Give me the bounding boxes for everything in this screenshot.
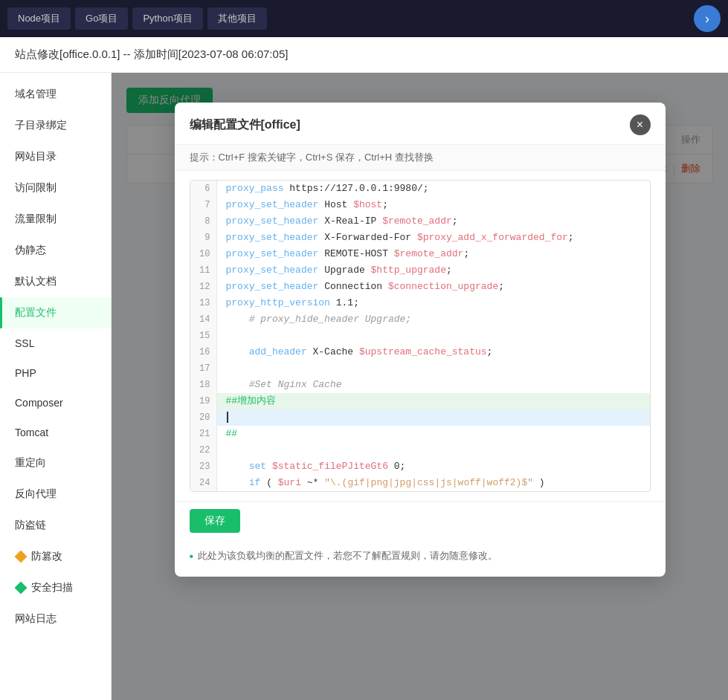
diamond-orange-icon — [15, 551, 27, 563]
sidebar-label: 防篡改 — [31, 550, 62, 563]
code-line-22: 22 — [190, 442, 650, 458]
sidebar-label: 流量限制 — [15, 213, 57, 226]
sidebar-label: 重定向 — [15, 456, 46, 470]
modal-body: 6 proxy_pass https://127.0.0.1:9980/; 7 … — [175, 171, 666, 501]
main-layout: 域名管理 子目录绑定 网站目录 访问限制 流量限制 伪静态 默认文档 配置文件 … — [0, 73, 728, 700]
top-bar: Node项目 Go项目 Python项目 其他项目 › — [0, 0, 728, 37]
sidebar-label: Tomcat — [15, 427, 48, 438]
code-line-15: 15 — [190, 328, 650, 344]
tab-other[interactable]: 其他项目 — [207, 7, 267, 30]
sidebar-label: 访问限制 — [15, 181, 57, 195]
modal-dialog: 编辑配置文件[office] × 提示：Ctrl+F 搜索关键字，Ctrl+S … — [175, 103, 666, 577]
code-line-18: 18 #Set Nginx Cache — [190, 377, 650, 393]
sidebar-item-ssl[interactable]: SSL — [0, 328, 111, 358]
sidebar-item-subdir[interactable]: 子目录绑定 — [0, 110, 111, 141]
page-title-bar: 站点修改[office.0.0.1] -- 添加时间[2023-07-08 06… — [0, 37, 728, 73]
sidebar-item-security[interactable]: 安全扫描 — [0, 572, 111, 603]
modal-header: 编辑配置文件[office] × — [175, 103, 666, 145]
tab-go[interactable]: Go项目 — [75, 7, 128, 30]
sidebar-item-tomcat[interactable]: Tomcat — [0, 418, 111, 447]
top-arrow-btn[interactable]: › — [694, 5, 721, 32]
sidebar-label: 域名管理 — [15, 88, 57, 101]
sidebar-item-rewrite[interactable]: 伪静态 — [0, 235, 111, 266]
sidebar-label: 防盗链 — [15, 519, 46, 532]
sidebar-label: 网站目录 — [15, 150, 57, 163]
sidebar-item-access[interactable]: 访问限制 — [0, 172, 111, 204]
modal-note: 此处为该负载均衡的配置文件，若您不了解配置规则，请勿随意修改。 — [175, 540, 666, 577]
code-line-11: 11 proxy_set_header Upgrade $http_upgrad… — [190, 262, 650, 279]
code-line-13: 13 proxy_http_version 1.1; — [190, 295, 650, 311]
code-line-16: 16 add_header X-Cache $upstream_cache_st… — [190, 344, 650, 360]
code-line-6: 6 proxy_pass https://127.0.0.1:9980/; — [190, 181, 650, 197]
sidebar-label: 伪静态 — [15, 244, 46, 257]
content-area: 添加反向代理 操作 文件 | 编辑 | 删除 — [112, 73, 728, 700]
sidebar-label: 默认文档 — [15, 275, 57, 288]
sidebar-item-config[interactable]: 配置文件 — [0, 297, 111, 328]
sidebar-label: Composer — [15, 397, 63, 409]
code-line-14: 14 # proxy_hide_header Upgrade; — [190, 311, 650, 328]
modal-overlay: 编辑配置文件[office] × 提示：Ctrl+F 搜索关键字，Ctrl+S … — [112, 73, 728, 700]
tab-python[interactable]: Python项目 — [132, 7, 202, 30]
code-line-24: 24 if ( $uri ~* "\.(gif|png|jpg|css|js|w… — [190, 475, 650, 491]
sidebar-label: 安全扫描 — [31, 581, 73, 594]
sidebar-label: 子目录绑定 — [15, 119, 67, 132]
page-title: 站点修改[office.0.0.1] -- 添加时间[2023-07-08 06… — [15, 48, 288, 62]
save-button[interactable]: 保存 — [190, 509, 240, 533]
code-line-23: 23 set $static_filePJiteGt6 0; — [190, 458, 650, 475]
sidebar-label: 配置文件 — [15, 306, 57, 320]
code-line-20: 20 — [190, 409, 650, 426]
sidebar-item-redirect[interactable]: 重定向 — [0, 447, 111, 479]
sidebar-item-reverse-proxy[interactable]: 反向代理 — [0, 479, 111, 510]
code-line-19: 19 ##增加内容 — [190, 393, 650, 409]
modal-close-button[interactable]: × — [630, 114, 651, 135]
sidebar-item-webdir[interactable]: 网站目录 — [0, 141, 111, 172]
tab-node[interactable]: Node项目 — [7, 7, 71, 30]
sidebar-item-composer[interactable]: Composer — [0, 388, 111, 418]
code-line-17: 17 — [190, 360, 650, 377]
sidebar: 域名管理 子目录绑定 网站目录 访问限制 流量限制 伪静态 默认文档 配置文件 … — [0, 73, 112, 700]
sidebar-label: 反向代理 — [15, 487, 57, 501]
sidebar-item-traffic[interactable]: 流量限制 — [0, 204, 111, 235]
code-line-21: 21 ## — [190, 426, 650, 442]
sidebar-label: PHP — [15, 367, 36, 379]
sidebar-item-logs[interactable]: 网站日志 — [0, 603, 111, 635]
sidebar-item-tamper[interactable]: 防篡改 — [0, 541, 111, 572]
diamond-green-icon — [15, 582, 27, 594]
code-line-7: 7 proxy_set_header Host $host; — [190, 197, 650, 213]
sidebar-item-hotlink[interactable]: 防盗链 — [0, 510, 111, 541]
code-line-8: 8 proxy_set_header X-Real-IP $remote_add… — [190, 213, 650, 230]
sidebar-label: 网站日志 — [15, 612, 57, 626]
modal-title: 编辑配置文件[office] — [190, 117, 300, 133]
sidebar-item-php[interactable]: PHP — [0, 358, 111, 388]
code-editor[interactable]: 6 proxy_pass https://127.0.0.1:9980/; 7 … — [190, 180, 651, 492]
sidebar-item-domain[interactable]: 域名管理 — [0, 79, 111, 110]
modal-hint: 提示：Ctrl+F 搜索关键字，Ctrl+S 保存，Ctrl+H 查找替换 — [175, 145, 666, 171]
code-line-9: 9 proxy_set_header X-Forwarded-For $prox… — [190, 230, 650, 246]
modal-footer: 保存 — [175, 501, 666, 540]
code-line-10: 10 proxy_set_header REMOTE-HOST $remote_… — [190, 246, 650, 262]
code-line-12: 12 proxy_set_header Connection $connecti… — [190, 279, 650, 295]
sidebar-item-default-doc[interactable]: 默认文档 — [0, 266, 111, 297]
sidebar-label: SSL — [15, 337, 34, 349]
